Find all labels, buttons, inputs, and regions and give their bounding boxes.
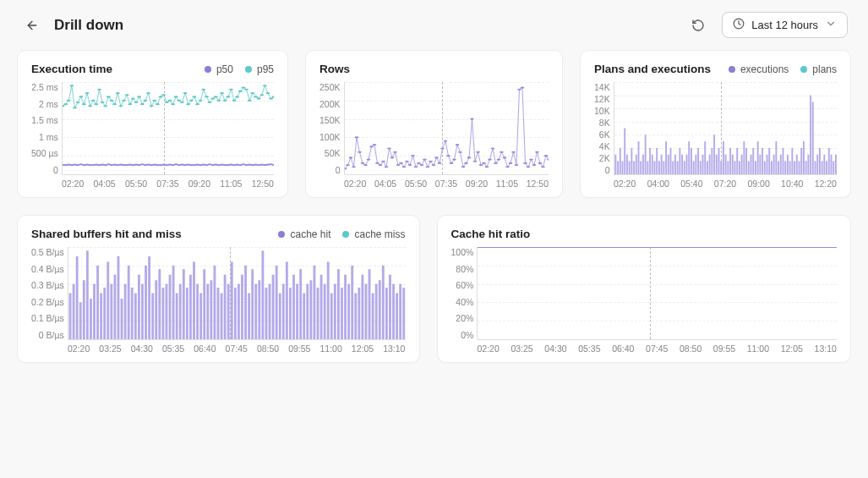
- svg-point-198: [508, 162, 512, 164]
- svg-rect-309: [68, 294, 71, 340]
- svg-rect-345: [193, 261, 195, 339]
- svg-rect-379: [309, 280, 312, 339]
- x-tick-label: 02:20: [614, 179, 636, 189]
- svg-rect-356: [231, 261, 233, 339]
- svg-rect-340: [175, 294, 177, 340]
- y-tick-label: 10K: [594, 106, 610, 116]
- x-tick-label: 05:35: [162, 343, 184, 354]
- svg-rect-406: [402, 288, 405, 339]
- svg-point-197: [505, 166, 510, 168]
- svg-rect-386: [334, 284, 336, 339]
- x-tick-label: 09:55: [288, 343, 310, 354]
- card-cache-hit-ratio[interactable]: Cache hit ratio100%80%60%40%20%0%02:2003…: [437, 215, 851, 363]
- y-tick-label: 50K: [319, 148, 341, 158]
- time-range-label: Last 12 hours: [751, 19, 818, 31]
- page-title: Drill down: [54, 17, 686, 34]
- svg-rect-332: [148, 256, 150, 339]
- svg-rect-396: [368, 269, 370, 339]
- svg-point-91: [118, 105, 123, 107]
- legend-item: p50: [205, 63, 233, 75]
- time-range-selector[interactable]: Last 12 hours: [722, 12, 848, 38]
- svg-rect-304: [826, 161, 827, 174]
- svg-rect-279: [768, 148, 770, 174]
- svg-rect-228: [652, 155, 653, 174]
- svg-point-145: [352, 166, 356, 168]
- svg-rect-270: [748, 161, 750, 174]
- legend-label: cache miss: [354, 228, 405, 240]
- x-axis: 02:2003:2504:3005:3506:4007:4508:5009:55…: [68, 343, 406, 354]
- svg-point-167: [417, 162, 421, 164]
- refresh-button[interactable]: [686, 14, 710, 37]
- legend-label: p95: [257, 63, 274, 75]
- svg-point-200: [514, 164, 518, 166]
- card-shared-buffers[interactable]: Shared buffers hit and misscache hitcach…: [17, 215, 420, 363]
- svg-rect-261: [727, 161, 729, 174]
- svg-rect-389: [344, 275, 347, 339]
- card-rows[interactable]: Rows250K200K150K100K50K002:2004:0505:500…: [305, 50, 563, 198]
- svg-point-133: [247, 100, 251, 102]
- y-tick-label: 40%: [451, 297, 474, 307]
- svg-point-101: [149, 105, 153, 107]
- y-tick-label: 200K: [319, 99, 341, 109]
- svg-rect-399: [379, 280, 381, 339]
- svg-rect-316: [93, 284, 96, 339]
- back-button[interactable]: [20, 14, 44, 37]
- svg-rect-280: [771, 161, 772, 174]
- svg-rect-387: [337, 269, 340, 339]
- card-plans-executions[interactable]: Plans and executionsexecutionsplans14K12…: [580, 50, 851, 198]
- svg-rect-225: [644, 135, 646, 174]
- y-axis: 14K12K10K8K6K4K2K0: [594, 82, 614, 175]
- y-tick-label: 12K: [594, 94, 610, 104]
- svg-point-187: [476, 151, 480, 153]
- svg-point-118: [201, 89, 205, 91]
- svg-rect-361: [248, 294, 250, 340]
- legend-swatch: [205, 66, 211, 73]
- plot-area[interactable]: [344, 82, 549, 175]
- x-tick-label: 06:40: [612, 343, 634, 354]
- svg-point-112: [183, 92, 187, 94]
- svg-point-202: [520, 86, 524, 88]
- plot-area[interactable]: [62, 82, 274, 175]
- svg-point-205: [529, 158, 533, 160]
- svg-rect-272: [752, 148, 754, 174]
- plot-area[interactable]: [68, 247, 406, 340]
- legend-swatch: [800, 66, 807, 73]
- svg-rect-275: [759, 155, 761, 174]
- svg-point-126: [226, 96, 230, 97]
- svg-rect-346: [196, 284, 199, 339]
- svg-point-191: [488, 158, 492, 160]
- svg-rect-214: [620, 148, 621, 174]
- svg-rect-262: [729, 148, 731, 174]
- svg-rect-318: [100, 294, 102, 340]
- svg-point-116: [195, 103, 199, 105]
- svg-rect-291: [796, 155, 798, 174]
- svg-rect-245: [691, 148, 692, 174]
- y-tick-label: 0.3 B/µs: [31, 280, 64, 290]
- legend-item: cache miss: [342, 228, 405, 240]
- svg-point-74: [67, 100, 71, 102]
- plot-area[interactable]: [614, 82, 837, 175]
- svg-rect-344: [189, 275, 192, 339]
- plot-area[interactable]: [477, 247, 837, 340]
- legend-swatch: [245, 66, 252, 73]
- svg-rect-343: [186, 288, 188, 339]
- x-tick-label: 07:35: [156, 179, 178, 189]
- svg-rect-355: [227, 284, 230, 339]
- y-tick-label: 2K: [594, 153, 610, 163]
- svg-rect-333: [151, 294, 154, 340]
- svg-rect-296: [807, 155, 809, 174]
- y-tick-label: 250K: [319, 82, 341, 92]
- svg-rect-341: [179, 284, 182, 339]
- svg-point-146: [354, 136, 358, 138]
- x-tick-label: 09:20: [466, 179, 488, 189]
- svg-point-120: [207, 102, 211, 103]
- svg-rect-319: [103, 288, 106, 339]
- svg-rect-348: [203, 269, 205, 339]
- svg-rect-287: [787, 155, 789, 174]
- svg-rect-342: [183, 269, 185, 339]
- x-axis: 02:2004:0005:4007:2009:0010:4012:20: [614, 179, 837, 189]
- svg-rect-249: [700, 161, 701, 174]
- x-tick-label: 11:00: [320, 343, 342, 354]
- x-tick-label: 07:35: [435, 179, 457, 189]
- card-execution-time[interactable]: Execution timep50p952.5 ms2 ms1.5 ms1 ms…: [17, 50, 288, 198]
